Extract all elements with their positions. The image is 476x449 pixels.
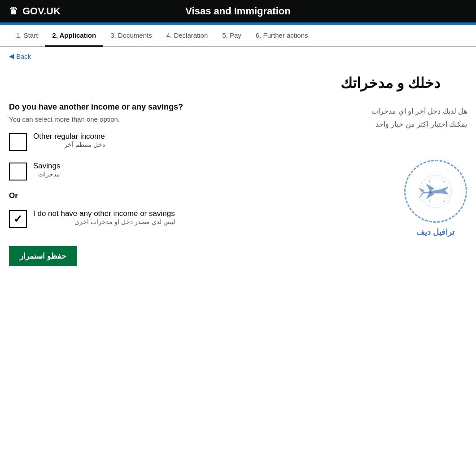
savings-label-ar: مدخرات [33, 171, 60, 178]
checkbox-savings[interactable] [9, 163, 27, 180]
tab-declaration[interactable]: 4. Declaration [159, 25, 215, 47]
checkbox-label-savings: Savings مدخرات [33, 162, 60, 178]
checkbox-item-savings: Savings مدخرات [9, 162, 306, 180]
content-columns: Do you have another income or any saving… [9, 102, 467, 266]
step-navigation: 1. Start 2. Application 3. Documents 4. … [0, 25, 476, 47]
section-header: دخلك و مدخراتك [9, 75, 467, 92]
svg-text:★: ★ [428, 180, 431, 183]
gov-logo: ♛ GOV.UK [9, 5, 61, 17]
main-content: دخلك و مدخراتك Do you have another incom… [0, 66, 476, 284]
stamp-text: ترافيل ديف [416, 227, 454, 237]
no-income-label-ar: ليس لدي مصدر دخل او مدخرات اخرى [33, 218, 175, 225]
plane-icon: ★ ★ ★ ★ [413, 173, 458, 209]
arabic-question: هل لديك دخل آخر او اي مدخرات [323, 107, 467, 115]
checkbox-group: Other regular income دخل منتظم آخر Savin… [9, 132, 306, 228]
arabic-column: هل لديك دخل آخر او اي مدخرات يمكنك اختيا… [323, 102, 467, 266]
crown-icon: ♛ [9, 5, 18, 17]
arabic-question-hint: يمكنك اختيار اكثر من خيار واحد [323, 120, 467, 128]
question-english: Do you have another income or any saving… [9, 102, 306, 112]
page-title: Visas and Immigration [185, 5, 290, 17]
site-name: GOV.UK [22, 5, 61, 17]
svg-text:★: ★ [443, 180, 445, 183]
tab-documents[interactable]: 3. Documents [103, 25, 159, 47]
checkbox-no-income[interactable]: ✓ [9, 210, 27, 228]
question-hint: You can select more than one option. [9, 115, 306, 123]
no-income-label-en: I do not have any other income or saving… [33, 209, 175, 218]
back-link[interactable]: ◀ Back [9, 52, 31, 60]
checkbox-label-no-income: I do not have any other income or saving… [33, 209, 175, 225]
tab-pay[interactable]: 5. Pay [215, 25, 249, 47]
back-link-container: ◀ Back [0, 47, 476, 66]
form-column: Do you have another income or any saving… [9, 102, 306, 266]
checkbox-item-no-income: ✓ I do not have any other income or savi… [9, 209, 306, 228]
svg-text:★: ★ [428, 199, 431, 202]
stamp-circle: ★ ★ ★ ★ [404, 160, 467, 223]
back-arrow-icon: ◀ [9, 52, 14, 60]
tab-further-actions[interactable]: 6. Further actions [249, 25, 315, 47]
checkmark-icon: ✓ [13, 213, 22, 225]
or-separator: Or [9, 191, 306, 200]
site-header: ♛ GOV.UK Visas and Immigration [0, 0, 476, 22]
question-section: Do you have another income or any saving… [9, 102, 306, 123]
tab-application[interactable]: 2. Application [45, 25, 103, 47]
save-button-container: حفظو استمرار [9, 246, 306, 266]
save-continue-button[interactable]: حفظو استمرار [9, 246, 77, 266]
arabic-heading: دخلك و مدخراتك [341, 75, 440, 92]
checkbox-item-other-income: Other regular income دخل منتظم آخر [9, 132, 306, 151]
tab-start[interactable]: 1. Start [9, 25, 45, 47]
savings-label-en: Savings [33, 162, 60, 171]
svg-text:★: ★ [443, 199, 445, 202]
other-income-label-ar: دخل منتظم آخر [33, 141, 105, 148]
checkbox-label-other-income: Other regular income دخل منتظم آخر [33, 132, 105, 148]
checkbox-other-income[interactable] [9, 133, 27, 151]
other-income-label-en: Other regular income [33, 132, 105, 141]
stamp-container: ★ ★ ★ ★ ترافيل ديف [404, 160, 467, 237]
